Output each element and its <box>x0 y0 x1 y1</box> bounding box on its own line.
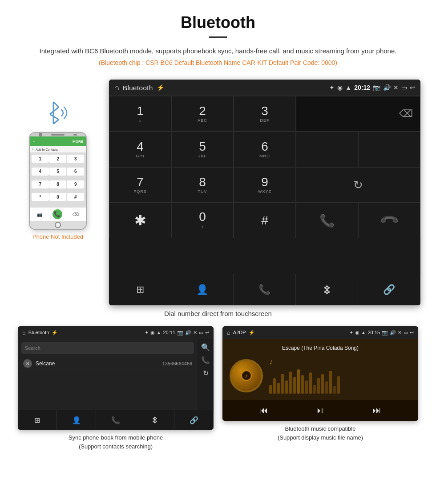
music-status-left: ⌂ A2DP ⚡ <box>227 329 255 336</box>
phone-key-7: 7 <box>32 180 49 188</box>
dial-grid: 1⌂ 2ABC 3DEF ⌫ 4GHI 5JKL 6MNO <box>109 96 420 274</box>
dial-section: ← MORE + Add to Contacts 1 2 3 4 5 6 7 8 <box>0 80 436 305</box>
music-controls: ⏮ ⏯ ⏭ <box>222 400 418 421</box>
phonebook-home-icon[interactable]: ⌂ <box>22 329 26 336</box>
eq-bar-17 <box>333 386 336 394</box>
svg-line-3 <box>50 114 59 120</box>
pb-nav-dialpad[interactable]: ⊞ <box>18 410 57 430</box>
song-title: Escape (The Pina Colada Song) <box>230 345 411 351</box>
pb-nav-contacts[interactable]: 👤 <box>57 410 96 430</box>
phonebook-win-icon: ▭ <box>199 330 203 336</box>
dial-key-1[interactable]: 1⌂ <box>109 96 171 132</box>
eq-bar-12 <box>313 385 316 394</box>
status-time: 20:12 <box>354 84 370 91</box>
phone-camera-btn: 📷 <box>37 212 42 217</box>
nav-dialpad-icon[interactable]: ⊞ <box>109 274 171 305</box>
nav-link-icon[interactable]: 🔗 <box>358 274 420 305</box>
refresh-button[interactable]: ↻ <box>296 167 420 203</box>
dial-caption: Dial number direct from touchscreen <box>0 310 436 317</box>
eq-bar-11 <box>309 372 312 394</box>
dial-key-7[interactable]: 7PQRS <box>109 167 171 203</box>
music-status-right: ✦ ◉ ▲ 20:15 📷 🔊 ✕ ▭ ↩ <box>349 330 414 336</box>
album-art: ♪ <box>230 359 263 392</box>
dial-key-4[interactable]: 4GHI <box>109 132 171 167</box>
music-home-icon[interactable]: ⌂ <box>227 329 230 336</box>
music-usb-icon: ⚡ <box>249 330 255 336</box>
dial-key-8[interactable]: 8TUV <box>171 167 234 203</box>
phone-call-btn: 📞 <box>52 209 62 219</box>
music-cam-icon: 📷 <box>382 330 388 336</box>
bluetooth-music-icon: ♪ <box>245 372 248 379</box>
contact-avatar: S <box>23 359 32 368</box>
eq-bar-5 <box>285 380 288 394</box>
pb-nav-phone[interactable]: 📞 <box>96 410 135 430</box>
next-button[interactable]: ⏭ <box>372 405 381 416</box>
play-pause-button[interactable]: ⏯ <box>316 405 325 416</box>
nav-phone-icon[interactable]: 📞 <box>234 274 296 305</box>
music-caption: Bluetooth music compatible (Support disp… <box>278 424 363 442</box>
phonebook-nav: ⊞ 👤 📞 🔗 <box>18 410 214 430</box>
phone-delete-btn: ⌫ <box>73 212 79 217</box>
phonebook-back-icon[interactable]: ↩ <box>205 330 209 336</box>
phonebook-search-bar[interactable]: Search <box>21 342 194 354</box>
close-icon[interactable]: ✕ <box>393 84 399 91</box>
music-close-icon[interactable]: ✕ <box>398 330 402 336</box>
status-title: Bluetooth <box>123 84 153 92</box>
bluetooth-specs: (Bluetooth chip : CSR BC6 Default Blueto… <box>27 59 409 66</box>
phone-home-bar <box>30 221 86 229</box>
music-title: A2DP <box>233 330 246 335</box>
back-icon[interactable]: ↩ <box>410 84 415 91</box>
music-note-icon: ♪ <box>269 357 273 367</box>
eq-bar-14 <box>321 374 324 394</box>
music-back-icon[interactable]: ↩ <box>410 330 414 336</box>
nav-bluetooth-icon[interactable] <box>296 274 358 305</box>
music-time: 20:15 <box>367 330 380 335</box>
eq-bar-4 <box>281 374 284 394</box>
call-side-icon[interactable]: 📞 <box>201 356 210 364</box>
search-side-icon[interactable]: 🔍 <box>201 343 210 352</box>
phonebook-screen: ⌂ Bluetooth ⚡ ✦ ◉ ▲ 20:11 📷 🔊 ✕ ▭ ↩ <box>18 326 214 430</box>
dial-key-3[interactable]: 3DEF <box>234 96 296 132</box>
dial-key-hash[interactable]: # <box>234 203 296 238</box>
backspace-icon[interactable]: ⌫ <box>399 108 413 120</box>
dial-key-5[interactable]: 5JKL <box>171 132 234 167</box>
phone-bottom-row: 📷 📞 ⌫ <box>30 207 86 221</box>
phonebook-body: Search S Seicane 13566664466 🔍 📞 <box>18 339 214 410</box>
end-call-button[interactable]: 📞 <box>358 203 420 238</box>
title-divider <box>209 36 227 38</box>
svg-line-4 <box>53 120 59 124</box>
eq-area: ♪ <box>269 357 411 394</box>
pb-nav-bt[interactable] <box>135 410 174 430</box>
call-button[interactable]: 📞 <box>296 203 358 238</box>
svg-line-2 <box>50 107 59 114</box>
phone-contact-bar: + Add to Contacts <box>30 146 86 153</box>
music-vol-icon: 🔊 <box>390 330 396 336</box>
eq-bar-3 <box>277 383 280 394</box>
phone-key-1: 1 <box>32 155 49 163</box>
svg-line-1 <box>53 102 59 107</box>
phonebook-vol-icon: 🔊 <box>185 330 191 336</box>
prev-button[interactable]: ⏮ <box>259 405 268 416</box>
phone-not-included-label: Phone Not Included <box>32 233 83 240</box>
music-status-bar: ⌂ A2DP ⚡ ✦ ◉ ▲ 20:15 📷 🔊 ✕ ▭ ↩ <box>222 326 418 339</box>
phone-mockup: ← MORE + Add to Contacts 1 2 3 4 5 6 7 8 <box>29 132 87 230</box>
dial-key-0[interactable]: 0+ <box>171 203 234 238</box>
phonebook-signal-icon: ▲ <box>157 330 161 335</box>
phonebook-empty-space <box>21 371 194 407</box>
phonebook-entry[interactable]: S Seicane 13566664466 <box>21 356 194 371</box>
refresh-side-icon[interactable]: ↻ <box>203 369 209 377</box>
nav-contacts-icon[interactable]: 👤 <box>171 274 234 305</box>
dial-key-2[interactable]: 2ABC <box>171 96 234 132</box>
dial-key-star[interactable]: ✱ <box>109 203 171 238</box>
dial-key-9[interactable]: 9WXYZ <box>234 167 296 203</box>
dial-cell-empty-r2c5 <box>358 132 420 167</box>
phonebook-usb-icon: ⚡ <box>52 330 58 336</box>
home-icon[interactable]: ⌂ <box>114 83 119 92</box>
phonebook-close-icon[interactable]: ✕ <box>193 330 197 336</box>
pb-nav-link[interactable]: 🔗 <box>174 410 214 430</box>
phonebook-caption: Sync phone-book from mobile phone (Suppo… <box>69 433 163 451</box>
eq-bar-13 <box>317 378 320 394</box>
dial-key-6[interactable]: 6MNO <box>234 132 296 167</box>
bt-status-icon: ✦ <box>329 84 335 91</box>
phone-key-6: 6 <box>67 168 84 176</box>
